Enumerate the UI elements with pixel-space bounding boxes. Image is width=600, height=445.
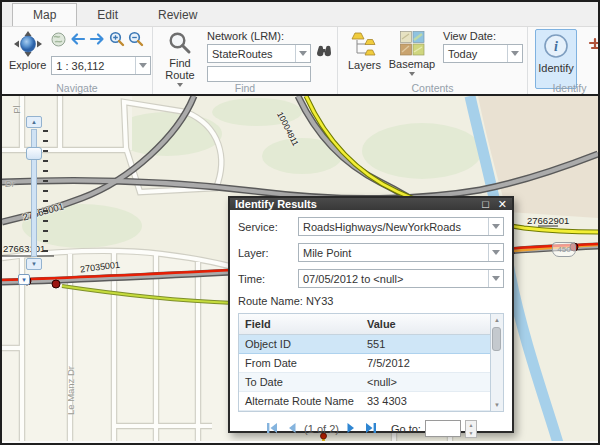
table-header-cell[interactable]: Value <box>361 314 490 334</box>
next-extent-icon[interactable] <box>89 32 106 50</box>
goto-page-input[interactable] <box>425 420 461 437</box>
dialog-title: Identify Results <box>235 198 317 210</box>
layers-button[interactable]: Layers <box>342 29 387 73</box>
scroll-down-icon[interactable]: ▼ <box>491 400 503 410</box>
page-indicator: (1 of 2) <box>304 423 339 435</box>
basemap-tiles-icon <box>400 31 425 58</box>
route-name-text: Route Name: NY33 <box>238 295 504 307</box>
group-find: Find Route Network (LRM): StateRoutes <box>153 27 338 94</box>
explore-button[interactable]: Explore <box>6 29 49 73</box>
table-header-cell[interactable]: Field <box>239 314 361 334</box>
map-scale-combobox[interactable]: 1 : 36,112 <box>51 56 151 75</box>
service-combobox[interactable]: RoadsHighways/NewYorkRoads <box>298 217 504 236</box>
tab-review[interactable]: Review <box>138 4 217 26</box>
time-combobox[interactable]: 07/05/2012 to <null> <box>298 269 504 288</box>
zoom-slider-thumb[interactable] <box>26 147 42 160</box>
network-lrm-combobox[interactable]: StateRoutes <box>207 44 311 63</box>
dialog-titlebar[interactable]: Identify Results □ ✕ <box>230 198 512 210</box>
view-date-combobox[interactable]: Today <box>443 44 523 63</box>
scroll-up-icon[interactable]: ▲ <box>491 315 503 325</box>
identify-results-dialog: Identify Results □ ✕ Service: RoadsHighw… <box>228 196 514 433</box>
basemap-button[interactable]: Basemap <box>387 29 437 78</box>
zoom-in-icon[interactable] <box>109 31 125 51</box>
ribbon-tabbar: Map Edit Review <box>2 2 598 27</box>
chevron-down-icon[interactable] <box>488 218 503 235</box>
chevron-down-icon[interactable] <box>488 270 503 287</box>
table-scrollbar[interactable]: ▲ ▼ <box>490 314 503 411</box>
maximize-icon[interactable]: □ <box>482 199 489 210</box>
tab-map[interactable]: Map <box>12 3 77 26</box>
results-table-body: Object ID551From Date7/5/2012To Date<nul… <box>239 334 490 410</box>
street-label-le-manz-dr: Le Manz Dr <box>65 356 76 426</box>
identify-route-location-icon[interactable]: i <box>587 34 600 56</box>
next-page-button[interactable] <box>346 422 357 436</box>
explore-compass-icon <box>14 31 42 59</box>
ribbon: Map Edit Review <box>2 2 598 94</box>
goto-label: Go to: <box>391 423 421 435</box>
zoom-slider-up-button[interactable]: ▲ <box>26 116 42 128</box>
route-shield-icon: 450 <box>552 242 576 257</box>
reference-marker-icon: ▾ <box>18 274 30 285</box>
street-label-pl: Pl <box>11 105 22 113</box>
first-page-button[interactable] <box>265 422 279 436</box>
full-extent-globe-icon[interactable] <box>51 32 66 51</box>
basemap-menu-arrow-icon[interactable] <box>409 72 415 76</box>
last-page-button[interactable] <box>364 422 378 436</box>
table-row[interactable]: From Date7/5/2012 <box>239 353 490 372</box>
layers-tree-icon <box>351 31 378 59</box>
svg-text:i: i <box>554 39 558 54</box>
table-row[interactable]: Alternate Route Name33 4303 <box>239 391 490 410</box>
time-label: Time: <box>238 273 298 285</box>
group-navigate: Explore <box>2 27 153 94</box>
find-route-magnifier-icon <box>168 31 192 57</box>
layer-label: Layer: <box>238 247 298 259</box>
network-lrm-label: Network (LRM): <box>207 30 333 42</box>
zoom-slider-ticks <box>43 130 48 252</box>
route-label-27662901: 27662901 <box>527 215 569 226</box>
view-date-label: View Date: <box>443 30 523 42</box>
scrollbar-thumb[interactable] <box>492 327 501 351</box>
identify-info-icon: i <box>542 32 570 62</box>
layer-combobox[interactable]: Mile Point <box>298 243 504 262</box>
close-icon[interactable]: ✕ <box>498 199 507 210</box>
results-table: FieldValue Object ID551From Date7/5/2012… <box>238 313 504 412</box>
binoculars-icon[interactable] <box>315 45 333 63</box>
service-label: Service: <box>238 221 298 233</box>
map-viewport[interactable]: 27663001 27663101 27662901 27035001 1000… <box>2 94 598 441</box>
find-route-button[interactable]: Find Route <box>157 29 203 89</box>
identify-button[interactable]: i Identify <box>535 29 577 89</box>
zoom-out-icon[interactable] <box>128 31 144 51</box>
pagination-bar: (1 of 2) Go to: ▲ ▼ <box>238 420 504 438</box>
chevron-down-icon[interactable] <box>135 57 150 74</box>
group-contents: Layers <box>338 27 528 94</box>
street-label-dr: Dr <box>5 178 15 189</box>
tab-edit[interactable]: Edit <box>77 4 138 26</box>
chevron-down-icon[interactable] <box>488 244 503 261</box>
previous-page-button[interactable] <box>286 422 297 436</box>
zoom-slider-down-button[interactable]: ▼ <box>26 258 42 270</box>
table-row[interactable]: Object ID551 <box>239 334 490 353</box>
goto-spinner[interactable]: ▲ ▼ <box>465 420 477 438</box>
group-identify: i Identify i Identify <box>528 27 600 94</box>
route-input[interactable] <box>207 66 311 82</box>
spin-up-icon: ▲ <box>466 421 476 429</box>
application-window: Map Edit Review <box>0 0 600 445</box>
previous-extent-icon[interactable] <box>69 32 86 50</box>
table-row[interactable]: To Date<null> <box>239 372 490 391</box>
table-header-row: FieldValue <box>239 314 490 334</box>
chevron-down-icon[interactable] <box>507 45 522 62</box>
chevron-down-icon[interactable] <box>295 45 310 62</box>
spin-down-icon: ▼ <box>466 429 476 437</box>
